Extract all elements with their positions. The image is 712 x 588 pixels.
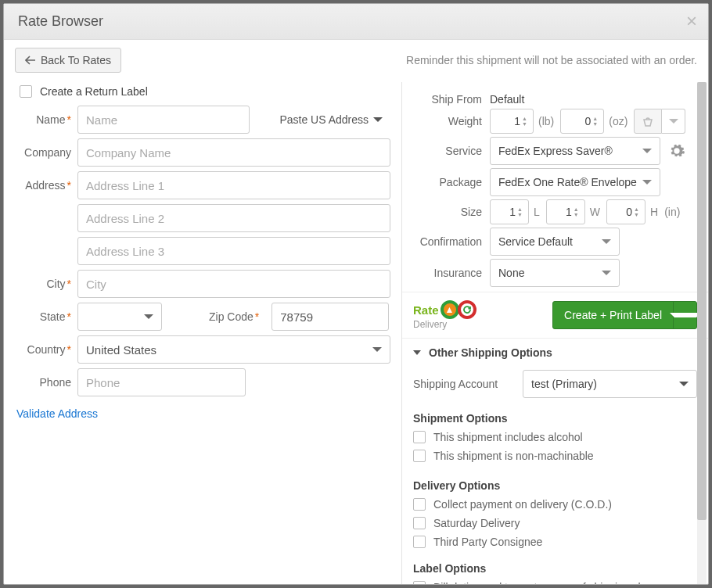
city-label: City [15,278,77,290]
modal-title: Rate Browser × [4,4,708,40]
address-label: Address [15,179,77,192]
cod-checkbox[interactable] [413,498,426,511]
size-h-input[interactable]: 0▲▼ [606,199,645,224]
chevron-down-icon [373,117,383,122]
gear-icon[interactable] [668,142,685,160]
address3-input[interactable] [77,237,390,265]
company-input[interactable] [77,138,390,167]
reminder-text: Reminder this shipment will not be assoc… [406,54,697,66]
chevron-down-icon [670,313,701,317]
package-label: Package [413,176,490,188]
chevron-down-icon [413,350,421,355]
size-l-input[interactable]: 1▲▼ [490,199,529,224]
cta-dropdown[interactable] [673,302,696,328]
chevron-down-icon [669,119,678,124]
chevron-down-icon [372,347,382,352]
validate-address-link[interactable]: Validate Address [15,407,98,420]
size-label: Size [413,206,490,218]
modal-title-text: Rate Browser [18,13,103,30]
close-icon[interactable]: × [686,12,697,30]
country-select[interactable]: United States [77,335,390,364]
toolbar: Back To Rates Reminder this shipment wil… [4,40,708,82]
label-options-heading: Label Options [402,556,708,578]
other-options-label: Other Shipping Options [429,346,552,359]
address-panel: Create a Return Label Name Paste US Addr… [4,82,401,584]
body: Create a Return Label Name Paste US Addr… [4,82,708,584]
return-label-checkbox[interactable] [20,85,32,98]
insurance-label: Insurance [413,267,490,279]
scale-button[interactable] [634,109,662,134]
rate-bar: Rate ▲ Delivery Create + Print Label [402,292,708,339]
service-select[interactable]: FedEx Express Saver® [490,137,660,165]
rate-browser-modal: Rate Browser × Back To Rates Reminder th… [3,3,709,585]
alcohol-checkbox[interactable] [413,431,426,443]
paste-address-button[interactable]: Paste US Address [279,113,390,126]
country-label: Country [15,343,77,356]
address1-input[interactable] [77,171,390,199]
confirmation-label: Confirmation [413,235,490,248]
shipment-options-heading: Shipment Options [402,406,708,428]
delivery-subtext: Delivery [413,319,476,330]
insurance-select[interactable]: None [490,259,620,287]
back-label: Back To Rates [41,54,111,66]
shipping-account-label: Shipping Account [413,378,515,390]
scrollbar-thumb[interactable] [697,82,707,520]
shipfrom-label: Ship From [413,93,490,106]
non-machinable-checkbox[interactable] [413,450,426,462]
warning-icon[interactable]: ▲ [441,300,459,319]
zip-input[interactable] [271,303,389,331]
chevron-down-icon [642,149,652,153]
phone-input[interactable] [77,368,246,396]
city-input[interactable] [77,270,390,298]
country-value: United States [86,343,156,357]
other-options-toggle[interactable]: Other Shipping Options [402,339,708,367]
state-select[interactable] [77,303,162,331]
back-button[interactable]: Back To Rates [15,48,121,73]
delivery-options-heading: Delivery Options [402,473,708,495]
weight-label: Weight [413,115,490,127]
spinner-icon[interactable]: ▲▼ [592,111,602,131]
weight-lb-input[interactable]: 1▲▼ [490,109,534,134]
zip-label: Zip Code [209,310,265,323]
create-print-label-button[interactable]: Create + Print Label [552,301,697,329]
refresh-icon[interactable] [458,300,476,319]
company-label: Company [15,146,77,159]
spinner-icon[interactable]: ▲▼ [522,111,531,131]
address2-input[interactable] [77,204,390,232]
size-w-input[interactable]: 1▲▼ [546,199,585,224]
shipfrom-value: Default [490,93,524,106]
service-label: Service [413,145,490,157]
weight-oz-input[interactable]: 0▲▼ [560,109,604,134]
scale-icon [642,115,654,127]
rate-title: Rate [413,303,439,317]
third-party-checkbox[interactable] [413,536,426,548]
scale-dropdown[interactable] [662,109,685,134]
shipping-panel: Ship From Default Weight 1▲▼ (lb) 0▲▼ (o… [401,82,708,584]
arrow-left-icon [25,56,36,65]
oz-unit: (oz) [609,115,627,127]
package-select[interactable]: FedEx One Rate® Envelope [490,168,660,196]
chevron-down-icon [679,382,689,386]
confirmation-select[interactable]: Service Default [490,228,620,256]
paste-address-label: Paste US Address [279,113,369,126]
cta-label: Create + Print Label [553,309,673,321]
name-label: Name [15,113,77,126]
state-label: State [15,310,77,323]
bill-duties-checkbox[interactable] [413,581,426,584]
return-label-text: Create a Return Label [40,85,148,98]
saturday-checkbox[interactable] [413,517,426,529]
chevron-down-icon [602,239,611,244]
name-input[interactable] [77,106,250,134]
chevron-down-icon [602,271,611,275]
chevron-down-icon [642,180,652,185]
shipping-account-select[interactable]: test (Primary) [523,370,697,398]
chevron-down-icon [144,314,153,319]
phone-label: Phone [15,376,77,389]
lb-unit: (lb) [538,115,554,127]
